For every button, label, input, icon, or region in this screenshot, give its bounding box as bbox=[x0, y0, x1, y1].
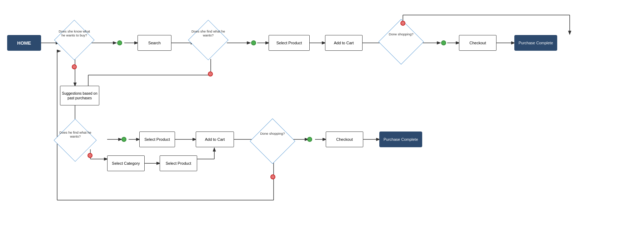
dot-green-diamond5 bbox=[307, 137, 312, 142]
checkout-1-node: Checkout bbox=[459, 35, 496, 51]
diamond2-shape bbox=[188, 20, 228, 60]
diamond2-container: Does she find what he wants? bbox=[194, 26, 223, 60]
select-product-2-node: Select Product bbox=[139, 132, 175, 147]
add-to-cart-2-node: Add to Cart bbox=[196, 132, 234, 147]
suggestions-node: Suggestions based on past purchases bbox=[60, 86, 99, 105]
add-to-cart-1-node: Add to Cart bbox=[325, 35, 363, 51]
home-node: HOME bbox=[7, 35, 41, 51]
diamond3-container: Done shopping? bbox=[385, 26, 417, 60]
dot-green-diamond1 bbox=[117, 40, 122, 45]
dot-red-diamond1 bbox=[72, 64, 77, 69]
diamond1-shape bbox=[54, 20, 94, 60]
dot-red-diamond2 bbox=[208, 71, 213, 76]
search-node: Search bbox=[138, 35, 171, 51]
dot-red-diamond5 bbox=[270, 174, 275, 179]
flowchart: HOME Does she know what he wants to buy?… bbox=[0, 0, 644, 243]
diamond3-shape bbox=[378, 19, 424, 64]
diamond5-shape bbox=[250, 118, 295, 164]
dot-green-diamond2 bbox=[251, 40, 256, 45]
checkout-2-node: Checkout bbox=[326, 132, 363, 147]
dot-red-diamond4 bbox=[88, 153, 93, 158]
dot-red-diamond3-top bbox=[400, 21, 405, 26]
dot-green-diamond3 bbox=[441, 40, 446, 45]
dot-green-diamond4 bbox=[121, 137, 126, 142]
diamond1-container: Does she know what he wants to buy? bbox=[60, 26, 89, 60]
select-product-3-node: Select Product bbox=[160, 155, 197, 171]
purchase-complete-1-node: Purchase Complete bbox=[514, 35, 557, 51]
diamond4-container: Does he find what he wants? bbox=[60, 125, 90, 157]
select-category-node: Select Category bbox=[107, 155, 145, 171]
diamond5-container: Done shopping? bbox=[256, 125, 289, 157]
purchase-complete-2-node: Purchase Complete bbox=[379, 132, 422, 147]
select-product-1-node: Select Product bbox=[269, 35, 310, 51]
